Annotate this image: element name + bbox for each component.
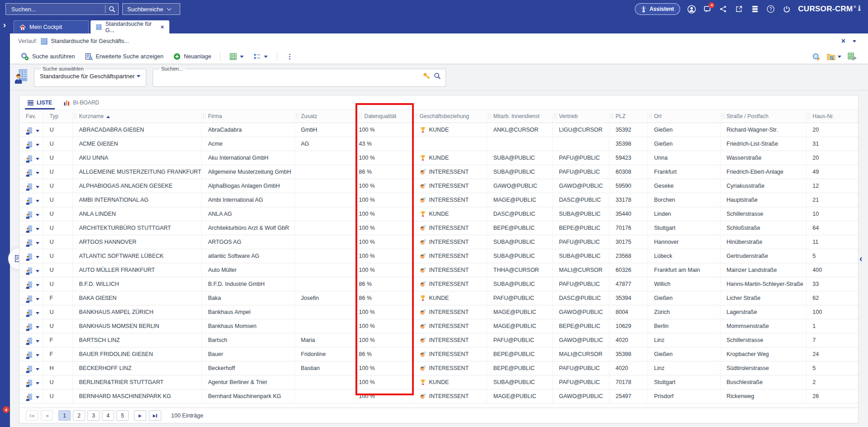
column-drag-handle[interactable] bbox=[722, 114, 724, 119]
column-drag-handle[interactable] bbox=[74, 114, 77, 119]
row-actions-caret-icon[interactable] bbox=[36, 368, 39, 370]
table-row[interactable]: F BAKA GIEßEN Baka Josefin 86 % KUNDE PA… bbox=[19, 291, 858, 305]
cell-fav[interactable] bbox=[19, 123, 43, 137]
table-row[interactable]: U AKU UNNA Aku International GmbH 100 % … bbox=[19, 151, 858, 165]
search-scope-dropdown[interactable]: Suchbereiche bbox=[122, 3, 180, 15]
row-actions-caret-icon[interactable] bbox=[36, 158, 39, 160]
table-row[interactable]: U ATLANTIC SOFTWARE LÜBECK atlantic Soft… bbox=[19, 249, 858, 263]
search-icon[interactable] bbox=[434, 72, 441, 80]
cell-kurzname[interactable]: AUTO MÜLLER FRANKFURT bbox=[72, 263, 201, 277]
run-search-button[interactable]: Suche ausführen bbox=[18, 51, 78, 62]
column-drag-handle[interactable] bbox=[649, 114, 652, 119]
cell-fav[interactable] bbox=[19, 361, 43, 375]
cell-kurzname[interactable]: ATLANTIC SOFTWARE LÜBECK bbox=[72, 249, 201, 263]
search-icon[interactable] bbox=[109, 6, 115, 13]
cell-fav[interactable] bbox=[19, 249, 43, 263]
column-drag-handle[interactable] bbox=[296, 114, 298, 119]
column-header-geschaeftsbeziehung[interactable]: Geschäftsbeziehung bbox=[413, 110, 487, 123]
cell-fav[interactable] bbox=[19, 137, 43, 151]
column-drag-handle[interactable] bbox=[489, 114, 491, 119]
cell-fav[interactable] bbox=[19, 291, 43, 305]
cell-kurzname[interactable]: BARTSCH LINZ bbox=[72, 333, 201, 347]
search-select-dropdown[interactable]: Standardsuche für Geschäftspartner bbox=[39, 71, 141, 80]
cell-fav[interactable] bbox=[19, 305, 43, 319]
column-header-plz[interactable]: PLZ bbox=[609, 110, 647, 123]
page-button-3[interactable]: 3 bbox=[87, 410, 100, 421]
tab-scroll-chevron-icon[interactable]: › bbox=[3, 20, 6, 30]
cell-kurzname[interactable]: ANLA LINDEN bbox=[72, 207, 201, 221]
table-row[interactable]: U ANLA LINDEN ANLA AG 100 % KUNDE DASC@P… bbox=[19, 207, 858, 221]
share-icon[interactable] bbox=[719, 5, 728, 14]
tab-liste[interactable]: LISTE bbox=[28, 100, 52, 109]
table-row[interactable]: U ACME GIEßEN Acme AG 43 % 35398 Gießen … bbox=[19, 137, 858, 151]
column-header-mitarb-innendienst[interactable]: Mitarb. Innendienst bbox=[487, 110, 552, 123]
column-header-zusatz[interactable]: Zusatz bbox=[294, 110, 358, 123]
first-page-button[interactable]: ◀ bbox=[26, 410, 38, 421]
logout-power-icon[interactable] bbox=[782, 5, 791, 14]
column-drag-handle[interactable] bbox=[203, 114, 206, 119]
column-header-kurzname[interactable]: Kurzname bbox=[72, 110, 201, 123]
table-view-dropdown[interactable] bbox=[227, 52, 246, 62]
table-row[interactable]: F BAUER FRIDOLINE GIEßEN Bauer Fridonlin… bbox=[19, 347, 858, 361]
column-header-vertrieb[interactable]: Vertrieb bbox=[552, 110, 609, 123]
global-search-field[interactable] bbox=[5, 3, 119, 15]
row-actions-caret-icon[interactable] bbox=[36, 144, 39, 146]
column-header-datenqualitaet[interactable]: Datenqualität bbox=[358, 110, 413, 123]
column-drag-handle[interactable] bbox=[554, 114, 556, 119]
table-row[interactable]: U ABRACADABRA GIEßEN AbraCadabra GmbH 10… bbox=[19, 123, 858, 137]
cell-kurzname[interactable]: B.F.D. WILLICH bbox=[72, 277, 201, 291]
history-item[interactable]: Standardsuche für Geschäfts... bbox=[41, 38, 129, 45]
cell-kurzname[interactable]: ARCHITEKTURBÜRO STUTTGART bbox=[72, 221, 201, 235]
view-menu-caret-icon[interactable] bbox=[853, 40, 856, 43]
tab-bi-board[interactable]: BI-BOARD bbox=[64, 100, 99, 109]
quick-search-input[interactable] bbox=[158, 72, 423, 80]
column-drag-handle[interactable] bbox=[360, 114, 362, 119]
table-row[interactable]: U ALLGEMEINE MUSTERZEITUNG FRANKFURT All… bbox=[19, 165, 858, 179]
column-drag-handle[interactable] bbox=[415, 114, 417, 119]
row-actions-caret-icon[interactable] bbox=[36, 200, 39, 202]
advanced-search-button[interactable]: Erweiterte Suche anzeigen bbox=[82, 52, 166, 62]
list-layout-dropdown[interactable] bbox=[251, 52, 270, 62]
cell-kurzname[interactable]: BAKA GIEßEN bbox=[72, 291, 201, 305]
cell-kurzname[interactable]: ARTGOS HANNOVER bbox=[72, 235, 201, 249]
cell-kurzname[interactable]: BANKHAUS MOMSEN BERLIN bbox=[72, 319, 201, 333]
cell-kurzname[interactable]: ACME GIEßEN bbox=[72, 137, 201, 151]
cell-kurzname[interactable]: BERLINER&TRIER STUTTGART bbox=[72, 375, 201, 389]
assistant-button[interactable]: Assistent bbox=[635, 3, 680, 15]
column-header-ort[interactable]: Ort bbox=[647, 110, 720, 123]
open-window-icon[interactable] bbox=[734, 5, 743, 14]
page-button-1[interactable]: 1 bbox=[58, 410, 71, 421]
table-row[interactable]: U BANKHAUS MOMSEN BERLIN Bankhaus Momsen… bbox=[19, 319, 858, 333]
key-icon[interactable] bbox=[423, 72, 430, 80]
row-actions-caret-icon[interactable] bbox=[36, 242, 39, 244]
cell-kurzname[interactable]: BAUER FRIDOLINE GIEßEN bbox=[72, 347, 201, 361]
stacked-rows-icon[interactable] bbox=[750, 5, 759, 14]
help-icon[interactable]: ? bbox=[766, 5, 775, 14]
open-search-dropdown[interactable] bbox=[827, 53, 841, 61]
row-actions-caret-icon[interactable] bbox=[36, 214, 39, 216]
close-view-icon[interactable]: × bbox=[841, 38, 845, 45]
cell-kurzname[interactable]: BERNHARD MASCHINENPARK KG bbox=[72, 389, 201, 403]
cell-fav[interactable] bbox=[19, 389, 43, 403]
page-button-4[interactable]: 4 bbox=[102, 410, 114, 421]
cell-fav[interactable] bbox=[19, 319, 43, 333]
cell-fav[interactable] bbox=[19, 179, 43, 193]
table-row[interactable]: F BARTSCH LINZ Bartsch Maria 100 % INTER… bbox=[19, 333, 858, 347]
table-row[interactable]: U ALPHABIOGAS ANLAGEN GESEKE AlphaBiogas… bbox=[19, 179, 858, 193]
table-row[interactable]: U AUTO MÜLLER FRANKFURT Auto Müller 100 … bbox=[19, 263, 858, 277]
cell-fav[interactable] bbox=[19, 207, 43, 221]
row-actions-caret-icon[interactable] bbox=[36, 270, 39, 272]
table-row[interactable]: H BECKERHOFF LINZ Beckerhoff Bastian 100… bbox=[19, 361, 858, 375]
next-page-button[interactable]: ▶ bbox=[134, 410, 146, 421]
column-header-strasse-postfach[interactable]: Straße / Postfach bbox=[720, 110, 806, 123]
column-header-fav[interactable]: Fav. bbox=[19, 110, 43, 123]
cell-kurzname[interactable]: BANKHAUS AMPEL ZÜRICH bbox=[72, 305, 201, 319]
row-actions-caret-icon[interactable] bbox=[36, 312, 39, 314]
user-avatar-icon[interactable] bbox=[687, 5, 696, 14]
table-row[interactable]: U ARTGOS HANNOVER ARTGOS AG 100 % INTERE… bbox=[19, 235, 858, 249]
row-actions-caret-icon[interactable] bbox=[36, 340, 39, 342]
row-actions-caret-icon[interactable] bbox=[36, 298, 39, 300]
column-header-typ[interactable]: Typ bbox=[43, 110, 72, 123]
close-tab-icon[interactable]: × bbox=[160, 24, 164, 30]
more-actions-kebab-icon[interactable]: ⋮ bbox=[283, 52, 296, 61]
